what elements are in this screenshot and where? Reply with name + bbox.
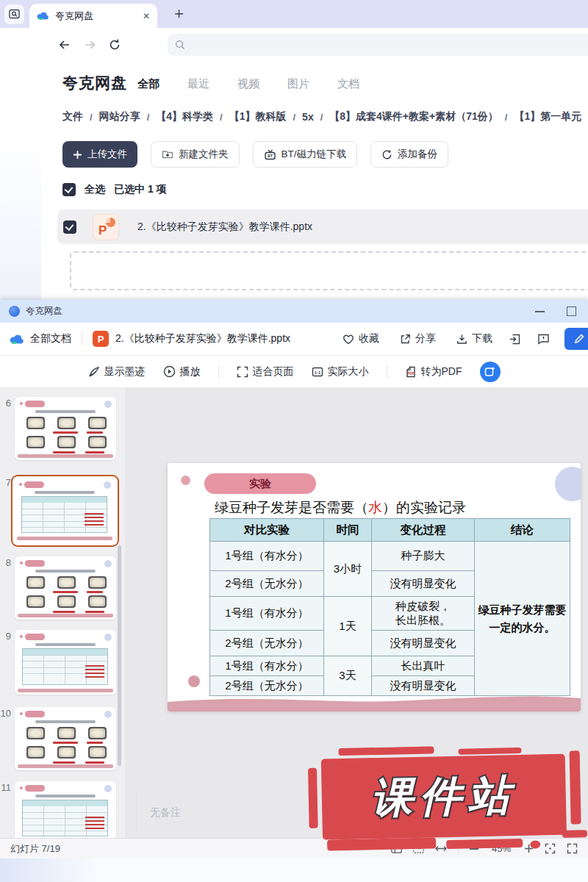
viewer-toolbar: 显示墨迹 播放 适合页面 1:1 实际 bbox=[0, 356, 588, 388]
slide-thumbnail-panel: 6 7 8 bbox=[0, 387, 125, 838]
browser-tab-strip: 夸克网盘 ✕ ＋ bbox=[0, 0, 588, 28]
viewer-window-title: 夸克网盘 bbox=[26, 305, 529, 318]
stamp-text: 课件站 bbox=[370, 767, 517, 827]
ppt-pie-decoration bbox=[106, 218, 115, 227]
search-input[interactable] bbox=[190, 39, 587, 51]
drive-action-buttons: 上传文件 新建文件夹 BT BT/磁力链下载 bbox=[62, 141, 448, 168]
file-row[interactable]: P 2.《比较种子发芽实验》教学课件.pptx bbox=[57, 209, 588, 244]
maximize-button[interactable] bbox=[567, 306, 576, 316]
thumbnail-number: 9 bbox=[1, 631, 11, 642]
breadcrumb-item[interactable]: 网站分享 bbox=[99, 110, 140, 123]
convert-to-pdf-button[interactable]: PDF 转为PDF bbox=[405, 365, 462, 379]
table-cell: 长出真叶 bbox=[372, 656, 475, 676]
play-label: 播放 bbox=[180, 365, 201, 379]
all-docs-button[interactable]: 全部文档 bbox=[30, 332, 71, 345]
address-search-bar[interactable] bbox=[168, 34, 588, 56]
folder-plus-icon bbox=[162, 149, 173, 159]
edit-button[interactable] bbox=[564, 328, 588, 350]
svg-text:BT: BT bbox=[267, 154, 273, 158]
thumbnail-number: 10 bbox=[1, 708, 11, 719]
tab-close-icon[interactable]: ✕ bbox=[143, 11, 150, 21]
minimize-button[interactable] bbox=[535, 311, 545, 312]
slide-thumbnail-10[interactable] bbox=[15, 707, 116, 770]
breadcrumb-item[interactable]: 【1】教科版 bbox=[229, 110, 287, 123]
forward-button[interactable] bbox=[83, 38, 97, 51]
slide-title-highlight: 水 bbox=[368, 500, 382, 515]
slide-title: 绿豆种子发芽是否需要（水）的实验记录 bbox=[168, 498, 513, 517]
back-button[interactable] bbox=[57, 38, 71, 51]
breadcrumb-separator: / bbox=[147, 112, 150, 123]
ppt-letter: P bbox=[98, 223, 107, 238]
feedback-button[interactable] bbox=[537, 333, 550, 345]
ppt-badge-icon: P bbox=[93, 331, 109, 347]
refresh-button[interactable] bbox=[108, 38, 121, 51]
pinned-workspace-button[interactable] bbox=[4, 4, 24, 24]
slide-pink-dot-decoration bbox=[188, 675, 200, 687]
svg-text:PDF: PDF bbox=[407, 371, 414, 375]
drop-zone bbox=[70, 251, 588, 290]
breadcrumb-item[interactable]: 【8】成套4课件+教案+素材（71份） bbox=[329, 110, 498, 123]
plus-icon bbox=[73, 150, 82, 159]
bt-magnet-download-button[interactable]: BT BT/磁力链下载 bbox=[253, 141, 358, 168]
breadcrumb-separator: / bbox=[320, 112, 323, 123]
fit-page-label: 适合页面 bbox=[253, 365, 294, 379]
slide-thumbnail-8[interactable] bbox=[15, 556, 116, 620]
select-all-label[interactable]: 全选 bbox=[85, 183, 105, 196]
favorite-button[interactable]: 收藏 bbox=[343, 332, 379, 345]
ppt-file-icon: P bbox=[93, 214, 119, 240]
table-cell: 种子膨大 bbox=[372, 542, 475, 571]
breadcrumb-item[interactable]: 【4】科学类 bbox=[156, 110, 213, 123]
slide-thumbnail-9[interactable] bbox=[15, 630, 116, 695]
slide-pink-dot-decoration bbox=[181, 476, 190, 485]
new-folder-label: 新建文件夹 bbox=[179, 148, 229, 161]
breadcrumb-item[interactable]: 文件 bbox=[62, 110, 83, 123]
table-cell-time: 3天 bbox=[324, 656, 372, 696]
tab-recent[interactable]: 最近 bbox=[187, 77, 209, 91]
favorite-label: 收藏 bbox=[359, 332, 379, 345]
slide-thumbnail-11[interactable] bbox=[15, 781, 116, 838]
viewer-doc-header: 全部文档 P 2.《比较种子发芽实验》教学课件.pptx 收藏 分享 bbox=[0, 323, 588, 356]
experiment-table: 对比实验 时间 变化过程 结论 1号组（有水分） 3小时 种子膨大 绿豆种子发芽… bbox=[209, 518, 570, 696]
table-header: 变化过程 bbox=[372, 519, 475, 542]
breadcrumb-item[interactable]: 5x bbox=[302, 111, 314, 123]
add-backup-button[interactable]: 添加备份 bbox=[370, 141, 448, 168]
select-all-checkbox[interactable] bbox=[62, 183, 76, 196]
ai-assistant-button[interactable] bbox=[480, 362, 501, 382]
show-ink-button[interactable]: 显示墨迹 bbox=[88, 365, 146, 379]
heart-icon bbox=[343, 334, 354, 345]
upload-file-label: 上传文件 bbox=[87, 148, 127, 161]
breadcrumb-separator: / bbox=[220, 112, 223, 123]
upload-file-button[interactable]: 上传文件 bbox=[62, 141, 137, 168]
save-to-drive-button[interactable] bbox=[509, 333, 521, 345]
ink-pen-icon bbox=[88, 366, 100, 378]
file-checkbox[interactable] bbox=[63, 220, 76, 234]
slide-thumbnail-7-selected[interactable] bbox=[11, 475, 119, 547]
file-name[interactable]: 2.《比较种子发芽实验》教学课件.pptx bbox=[137, 220, 312, 234]
tab-video[interactable]: 视频 bbox=[237, 77, 259, 91]
slide-wave-decoration bbox=[168, 692, 581, 711]
add-backup-label: 添加备份 bbox=[398, 148, 437, 161]
play-icon bbox=[163, 365, 176, 378]
thumbnail-number: 11 bbox=[1, 782, 11, 793]
fit-page-button[interactable]: 适合页面 bbox=[237, 365, 294, 379]
table-cell: 种皮破裂， 长出胚根。 bbox=[372, 597, 475, 631]
download-button[interactable]: 下载 bbox=[456, 332, 492, 345]
share-button[interactable]: 分享 bbox=[400, 332, 436, 345]
thumbnail-scrollbar[interactable] bbox=[118, 545, 121, 766]
window-bottom-strip bbox=[0, 858, 588, 882]
new-tab-button[interactable]: ＋ bbox=[171, 3, 187, 24]
courseware-stamp-watermark: 课件站 bbox=[307, 742, 588, 864]
tab-doc[interactable]: 文档 bbox=[337, 77, 359, 91]
thumbnail-number: 8 bbox=[1, 557, 11, 568]
bt-download-label: BT/磁力链下载 bbox=[282, 148, 347, 161]
tab-all[interactable]: 全部 bbox=[137, 77, 159, 91]
slide-thumbnail-6[interactable] bbox=[15, 397, 116, 460]
breadcrumb-item[interactable]: 【1】第一单元 bbox=[514, 110, 581, 123]
actual-size-button[interactable]: 1:1 实际大小 bbox=[312, 365, 369, 379]
new-folder-button[interactable]: 新建文件夹 bbox=[151, 141, 240, 168]
convert-to-pdf-label: 转为PDF bbox=[421, 365, 462, 379]
browser-tab-quark[interactable]: 夸克网盘 ✕ bbox=[29, 4, 157, 28]
play-button[interactable]: 播放 bbox=[163, 365, 201, 379]
thumbnail-number: 6 bbox=[1, 398, 11, 409]
tab-image[interactable]: 图片 bbox=[287, 77, 309, 91]
